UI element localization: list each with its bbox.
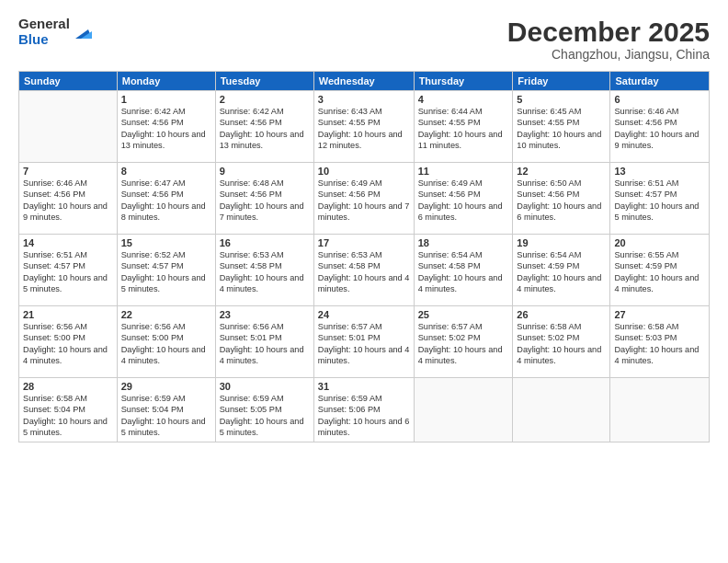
table-row: 4Sunrise: 6:44 AM Sunset: 4:55 PM Daylig… <box>414 91 513 163</box>
day-number: 9 <box>220 166 310 177</box>
logo-icon <box>72 22 92 42</box>
day-info: Sunrise: 6:46 AM Sunset: 4:56 PM Dayligh… <box>614 106 705 152</box>
table-row: 21Sunrise: 6:56 AM Sunset: 5:00 PM Dayli… <box>19 306 118 378</box>
day-info: Sunrise: 6:59 AM Sunset: 5:04 PM Dayligh… <box>121 393 211 439</box>
table-row: 29Sunrise: 6:59 AM Sunset: 5:04 PM Dayli… <box>117 378 215 442</box>
header-friday: Friday <box>513 72 610 91</box>
day-info: Sunrise: 6:46 AM Sunset: 4:56 PM Dayligh… <box>23 178 113 224</box>
day-number: 3 <box>318 94 410 105</box>
day-info: Sunrise: 6:49 AM Sunset: 4:56 PM Dayligh… <box>318 178 410 224</box>
table-row: 28Sunrise: 6:58 AM Sunset: 5:04 PM Dayli… <box>19 378 118 442</box>
day-info: Sunrise: 6:56 AM Sunset: 5:00 PM Dayligh… <box>121 321 211 367</box>
day-info: Sunrise: 6:52 AM Sunset: 4:57 PM Dayligh… <box>121 249 211 295</box>
day-info: Sunrise: 6:54 AM Sunset: 4:59 PM Dayligh… <box>517 249 606 295</box>
header-wednesday: Wednesday <box>313 72 414 91</box>
table-row: 6Sunrise: 6:46 AM Sunset: 4:56 PM Daylig… <box>610 91 710 163</box>
table-row: 22Sunrise: 6:56 AM Sunset: 5:00 PM Dayli… <box>117 306 215 378</box>
day-info: Sunrise: 6:43 AM Sunset: 4:55 PM Dayligh… <box>318 106 410 152</box>
table-row: 18Sunrise: 6:54 AM Sunset: 4:58 PM Dayli… <box>414 235 513 306</box>
day-number: 7 <box>23 166 113 177</box>
table-row: 2Sunrise: 6:42 AM Sunset: 4:56 PM Daylig… <box>215 91 313 163</box>
logo-general: General <box>18 17 70 32</box>
day-number: 13 <box>614 166 705 177</box>
table-row <box>513 378 610 442</box>
header-thursday: Thursday <box>414 72 513 91</box>
day-number: 15 <box>121 237 211 248</box>
day-info: Sunrise: 6:56 AM Sunset: 5:00 PM Dayligh… <box>23 321 113 367</box>
day-info: Sunrise: 6:47 AM Sunset: 4:56 PM Dayligh… <box>121 178 211 224</box>
table-row: 19Sunrise: 6:54 AM Sunset: 4:59 PM Dayli… <box>513 235 610 306</box>
day-number: 10 <box>318 166 410 177</box>
day-info: Sunrise: 6:42 AM Sunset: 4:56 PM Dayligh… <box>220 106 310 152</box>
table-row: 1Sunrise: 6:42 AM Sunset: 4:56 PM Daylig… <box>117 91 215 163</box>
table-row: 20Sunrise: 6:55 AM Sunset: 4:59 PM Dayli… <box>610 235 710 306</box>
day-number: 11 <box>418 166 509 177</box>
day-number: 4 <box>418 94 509 105</box>
table-row: 27Sunrise: 6:58 AM Sunset: 5:03 PM Dayli… <box>610 306 710 378</box>
day-info: Sunrise: 6:58 AM Sunset: 5:03 PM Dayligh… <box>614 321 705 367</box>
table-row: 16Sunrise: 6:53 AM Sunset: 4:58 PM Dayli… <box>215 235 313 306</box>
header-tuesday: Tuesday <box>215 72 313 91</box>
calendar-table: Sunday Monday Tuesday Wednesday Thursday… <box>18 71 710 442</box>
day-number: 23 <box>220 309 310 320</box>
page: General Blue December 2025 Changzhou, Ji… <box>0 0 728 563</box>
day-info: Sunrise: 6:53 AM Sunset: 4:58 PM Dayligh… <box>220 249 310 295</box>
table-row: 11Sunrise: 6:49 AM Sunset: 4:56 PM Dayli… <box>414 163 513 235</box>
table-row: 3Sunrise: 6:43 AM Sunset: 4:55 PM Daylig… <box>313 91 414 163</box>
title-block: December 2025 Changzhou, Jiangsu, China <box>507 17 710 62</box>
day-info: Sunrise: 6:50 AM Sunset: 4:56 PM Dayligh… <box>517 178 606 224</box>
table-row: 30Sunrise: 6:59 AM Sunset: 5:05 PM Dayli… <box>215 378 313 442</box>
day-info: Sunrise: 6:53 AM Sunset: 4:58 PM Dayligh… <box>318 249 410 295</box>
day-info: Sunrise: 6:44 AM Sunset: 4:55 PM Dayligh… <box>418 106 509 152</box>
day-number: 16 <box>220 237 310 248</box>
day-number: 25 <box>418 309 509 320</box>
table-row: 13Sunrise: 6:51 AM Sunset: 4:57 PM Dayli… <box>610 163 710 235</box>
table-row <box>610 378 710 442</box>
day-info: Sunrise: 6:51 AM Sunset: 4:57 PM Dayligh… <box>23 249 113 295</box>
table-row: 26Sunrise: 6:58 AM Sunset: 5:02 PM Dayli… <box>513 306 610 378</box>
day-info: Sunrise: 6:55 AM Sunset: 4:59 PM Dayligh… <box>614 249 705 295</box>
table-row: 23Sunrise: 6:56 AM Sunset: 5:01 PM Dayli… <box>215 306 313 378</box>
location: Changzhou, Jiangsu, China <box>507 47 710 62</box>
day-info: Sunrise: 6:57 AM Sunset: 5:01 PM Dayligh… <box>318 321 410 367</box>
day-number: 5 <box>517 94 606 105</box>
day-info: Sunrise: 6:58 AM Sunset: 5:04 PM Dayligh… <box>23 393 113 439</box>
day-number: 18 <box>418 237 509 248</box>
header: General Blue December 2025 Changzhou, Ji… <box>18 17 710 62</box>
table-row: 12Sunrise: 6:50 AM Sunset: 4:56 PM Dayli… <box>513 163 610 235</box>
day-info: Sunrise: 6:45 AM Sunset: 4:55 PM Dayligh… <box>517 106 606 152</box>
table-row <box>414 378 513 442</box>
day-info: Sunrise: 6:57 AM Sunset: 5:02 PM Dayligh… <box>418 321 509 367</box>
header-sunday: Sunday <box>19 72 118 91</box>
table-row: 10Sunrise: 6:49 AM Sunset: 4:56 PM Dayli… <box>313 163 414 235</box>
header-saturday: Saturday <box>610 72 710 91</box>
day-info: Sunrise: 6:48 AM Sunset: 4:56 PM Dayligh… <box>220 178 310 224</box>
table-row: 24Sunrise: 6:57 AM Sunset: 5:01 PM Dayli… <box>313 306 414 378</box>
day-number: 8 <box>121 166 211 177</box>
day-info: Sunrise: 6:56 AM Sunset: 5:01 PM Dayligh… <box>220 321 310 367</box>
day-number: 6 <box>614 94 705 105</box>
table-row <box>19 91 118 163</box>
day-number: 17 <box>318 237 410 248</box>
table-row: 14Sunrise: 6:51 AM Sunset: 4:57 PM Dayli… <box>19 235 118 306</box>
table-row: 17Sunrise: 6:53 AM Sunset: 4:58 PM Dayli… <box>313 235 414 306</box>
day-number: 19 <box>517 237 606 248</box>
day-info: Sunrise: 6:51 AM Sunset: 4:57 PM Dayligh… <box>614 178 705 224</box>
day-number: 27 <box>614 309 705 320</box>
table-row: 15Sunrise: 6:52 AM Sunset: 4:57 PM Dayli… <box>117 235 215 306</box>
day-info: Sunrise: 6:59 AM Sunset: 5:06 PM Dayligh… <box>318 393 410 439</box>
day-info: Sunrise: 6:42 AM Sunset: 4:56 PM Dayligh… <box>121 106 211 152</box>
day-info: Sunrise: 6:58 AM Sunset: 5:02 PM Dayligh… <box>517 321 606 367</box>
day-number: 26 <box>517 309 606 320</box>
logo-text: General Blue <box>18 17 70 47</box>
header-monday: Monday <box>117 72 215 91</box>
table-row: 25Sunrise: 6:57 AM Sunset: 5:02 PM Dayli… <box>414 306 513 378</box>
table-row: 8Sunrise: 6:47 AM Sunset: 4:56 PM Daylig… <box>117 163 215 235</box>
day-number: 14 <box>23 237 113 248</box>
day-number: 29 <box>121 381 211 392</box>
day-number: 31 <box>318 381 410 392</box>
day-number: 28 <box>23 381 113 392</box>
day-number: 20 <box>614 237 705 248</box>
logo-blue: Blue <box>18 32 70 48</box>
day-number: 2 <box>220 94 310 105</box>
